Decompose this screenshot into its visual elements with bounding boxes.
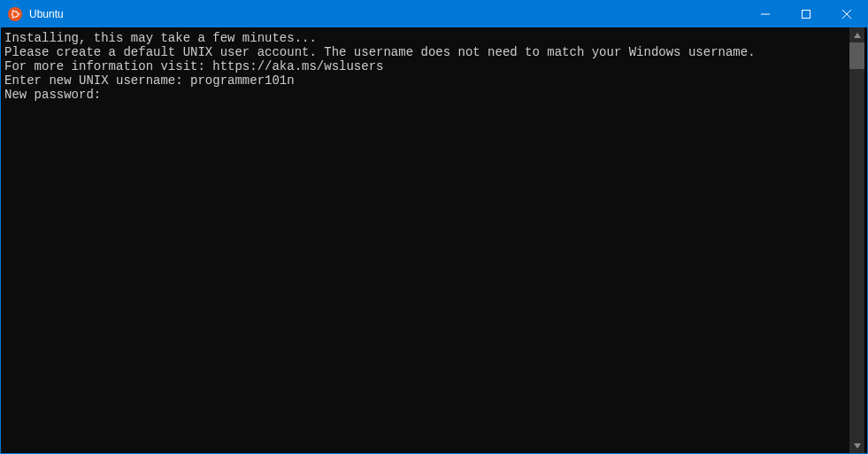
window-frame: Ubuntu Installing, this may take a few m… — [0, 0, 868, 454]
terminal-area: Installing, this may take a few minutes.… — [1, 27, 867, 453]
svg-rect-6 — [803, 11, 810, 19]
scroll-down-arrow-icon[interactable] — [849, 438, 864, 453]
window-controls — [745, 1, 867, 27]
svg-point-4 — [12, 16, 14, 19]
vertical-scrollbar[interactable] — [849, 27, 864, 453]
svg-point-2 — [18, 13, 20, 16]
ubuntu-icon — [8, 7, 22, 21]
scroll-up-arrow-icon[interactable] — [849, 27, 864, 42]
titlebar[interactable]: Ubuntu — [1, 1, 867, 27]
terminal-output[interactable]: Installing, this may take a few minutes.… — [1, 27, 849, 453]
window-title: Ubuntu — [29, 8, 745, 20]
minimize-button[interactable] — [745, 1, 786, 27]
svg-point-3 — [12, 10, 14, 12]
close-button[interactable] — [826, 1, 867, 27]
right-edge — [864, 27, 867, 453]
scrollbar-thumb[interactable] — [849, 42, 864, 69]
maximize-button[interactable] — [786, 1, 826, 27]
scrollbar-track[interactable] — [849, 42, 864, 438]
